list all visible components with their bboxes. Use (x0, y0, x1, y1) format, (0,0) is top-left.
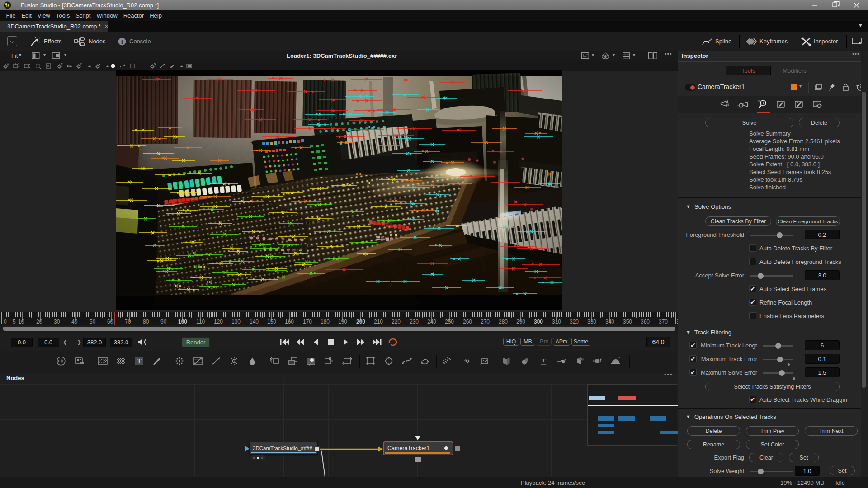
svg-text:T: T (61, 63, 63, 66)
svg-text:T: T (137, 358, 142, 365)
svg-text:T: T (542, 357, 546, 364)
